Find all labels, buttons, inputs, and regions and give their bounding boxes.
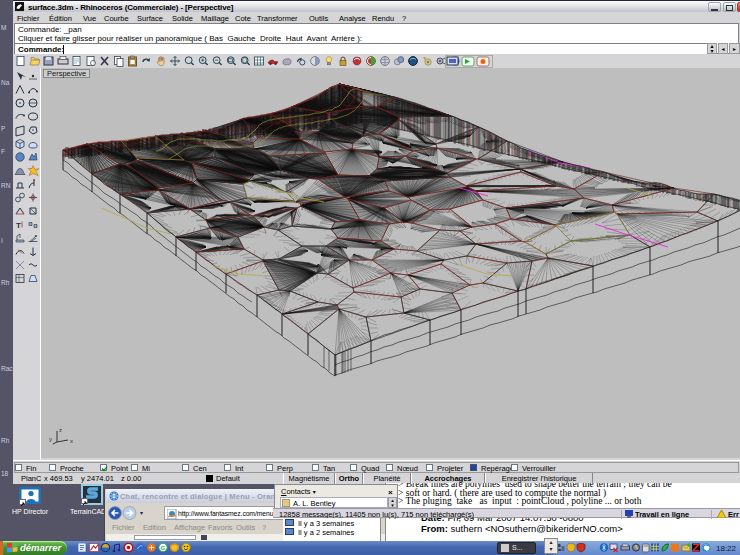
svg-text:G: G [161, 545, 166, 551]
svg-text:z: z [59, 427, 62, 433]
svg-text:y: y [49, 436, 52, 442]
svg-text:x: x [70, 438, 73, 444]
svg-text:T: T [16, 221, 21, 230]
